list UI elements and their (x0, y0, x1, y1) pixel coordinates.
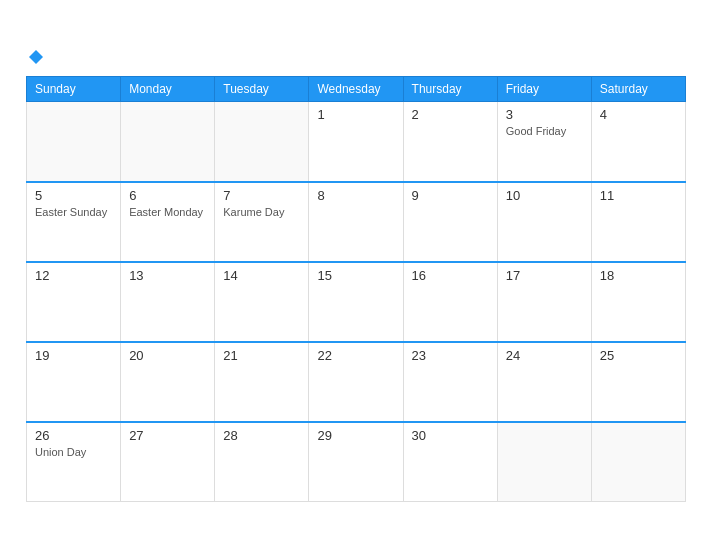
calendar-day: 20 (121, 342, 215, 422)
weekday-header-row: SundayMondayTuesdayWednesdayThursdayFrid… (27, 77, 686, 102)
calendar-day: 18 (591, 262, 685, 342)
holiday-label: Good Friday (506, 125, 567, 137)
calendar-day (215, 102, 309, 182)
week-row-2: 12131415161718 (27, 262, 686, 342)
calendar-day: 17 (497, 262, 591, 342)
calendar-day: 16 (403, 262, 497, 342)
calendar-day: 7Karume Day (215, 182, 309, 262)
weekday-header-thursday: Thursday (403, 77, 497, 102)
weekday-header-saturday: Saturday (591, 77, 685, 102)
weekday-header-monday: Monday (121, 77, 215, 102)
calendar-day: 28 (215, 422, 309, 502)
holiday-label: Easter Sunday (35, 206, 107, 218)
day-number: 10 (506, 188, 583, 203)
day-number: 2 (412, 107, 489, 122)
day-number: 9 (412, 188, 489, 203)
day-number: 14 (223, 268, 300, 283)
week-row-1: 5Easter Sunday6Easter Monday7Karume Day8… (27, 182, 686, 262)
calendar-table: SundayMondayTuesdayWednesdayThursdayFrid… (26, 76, 686, 502)
day-number: 17 (506, 268, 583, 283)
day-number: 4 (600, 107, 677, 122)
day-number: 3 (506, 107, 583, 122)
logo-flag-icon (27, 48, 45, 66)
day-number: 28 (223, 428, 300, 443)
calendar-day: 15 (309, 262, 403, 342)
weekday-header-friday: Friday (497, 77, 591, 102)
calendar-day: 5Easter Sunday (27, 182, 121, 262)
day-number: 30 (412, 428, 489, 443)
calendar-day: 30 (403, 422, 497, 502)
calendar-day: 12 (27, 262, 121, 342)
calendar-day: 24 (497, 342, 591, 422)
day-number: 5 (35, 188, 112, 203)
calendar-day: 2 (403, 102, 497, 182)
weekday-header-sunday: Sunday (27, 77, 121, 102)
day-number: 12 (35, 268, 112, 283)
day-number: 6 (129, 188, 206, 203)
day-number: 16 (412, 268, 489, 283)
day-number: 27 (129, 428, 206, 443)
day-number: 15 (317, 268, 394, 283)
day-number: 22 (317, 348, 394, 363)
day-number: 1 (317, 107, 394, 122)
calendar-day (27, 102, 121, 182)
day-number: 24 (506, 348, 583, 363)
calendar-day (497, 422, 591, 502)
holiday-label: Easter Monday (129, 206, 203, 218)
calendar-day: 27 (121, 422, 215, 502)
logo (26, 48, 46, 66)
calendar-day: 25 (591, 342, 685, 422)
calendar-day: 4 (591, 102, 685, 182)
calendar-day: 26Union Day (27, 422, 121, 502)
calendar-day: 8 (309, 182, 403, 262)
calendar-day: 14 (215, 262, 309, 342)
day-number: 7 (223, 188, 300, 203)
weekday-header-tuesday: Tuesday (215, 77, 309, 102)
calendar-day: 6Easter Monday (121, 182, 215, 262)
svg-marker-0 (29, 50, 43, 64)
calendar-day: 19 (27, 342, 121, 422)
calendar-day: 1 (309, 102, 403, 182)
day-number: 18 (600, 268, 677, 283)
day-number: 11 (600, 188, 677, 203)
calendar-header (26, 48, 686, 66)
day-number: 8 (317, 188, 394, 203)
calendar-container: SundayMondayTuesdayWednesdayThursdayFrid… (11, 38, 701, 512)
day-number: 29 (317, 428, 394, 443)
calendar-day: 29 (309, 422, 403, 502)
calendar-day: 22 (309, 342, 403, 422)
calendar-day (121, 102, 215, 182)
calendar-day: 21 (215, 342, 309, 422)
calendar-day: 11 (591, 182, 685, 262)
calendar-day: 3Good Friday (497, 102, 591, 182)
calendar-day: 9 (403, 182, 497, 262)
week-row-3: 19202122232425 (27, 342, 686, 422)
day-number: 25 (600, 348, 677, 363)
day-number: 26 (35, 428, 112, 443)
weekday-header-wednesday: Wednesday (309, 77, 403, 102)
day-number: 23 (412, 348, 489, 363)
day-number: 13 (129, 268, 206, 283)
week-row-0: 123Good Friday4 (27, 102, 686, 182)
holiday-label: Union Day (35, 446, 86, 458)
calendar-day: 23 (403, 342, 497, 422)
week-row-4: 26Union Day27282930 (27, 422, 686, 502)
calendar-day: 13 (121, 262, 215, 342)
day-number: 19 (35, 348, 112, 363)
day-number: 20 (129, 348, 206, 363)
day-number: 21 (223, 348, 300, 363)
calendar-day (591, 422, 685, 502)
holiday-label: Karume Day (223, 206, 284, 218)
calendar-day: 10 (497, 182, 591, 262)
